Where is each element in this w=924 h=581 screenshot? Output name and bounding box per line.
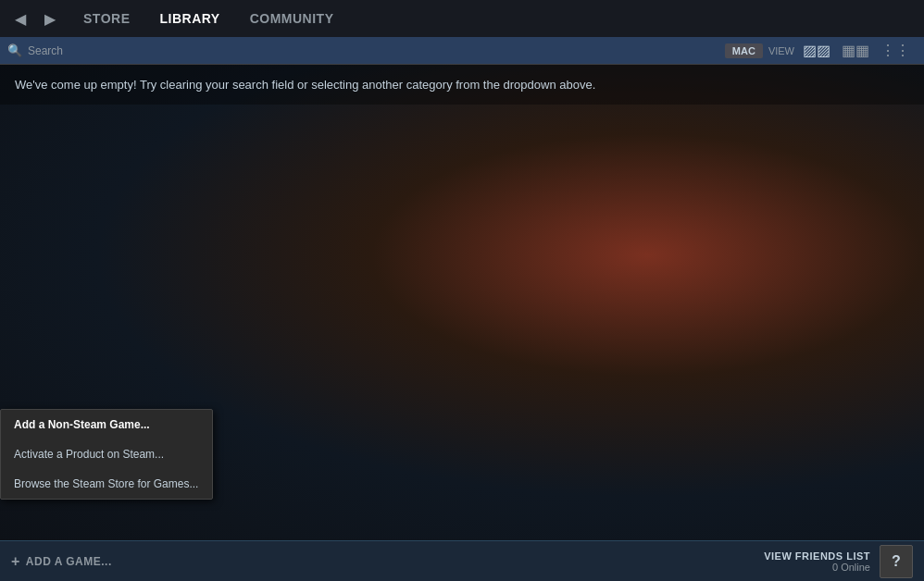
- grid2-icon: ▦▦: [842, 42, 869, 59]
- view-grid4-button[interactable]: ⋮⋮: [878, 40, 913, 61]
- back-button[interactable]: ◀: [9, 6, 31, 31]
- view-grid2-button[interactable]: ▦▦: [839, 40, 872, 61]
- nav-links: STORE LIBRARY COMMUNITY: [69, 11, 349, 26]
- add-game-button[interactable]: + ADD A GAME...: [11, 553, 112, 570]
- friends-online-count: 0 Online: [832, 562, 870, 573]
- help-button[interactable]: ?: [880, 545, 913, 578]
- mac-badge[interactable]: MAC: [725, 43, 763, 58]
- list-icon: ▨▨: [803, 42, 830, 59]
- add-game-label: ADD A GAME...: [26, 555, 112, 568]
- empty-message: We've come up empty! Try clearing your s…: [0, 65, 924, 105]
- friends-list-label: VIEW FRIENDS LIST: [764, 550, 870, 562]
- nav-community[interactable]: COMMUNITY: [235, 11, 349, 26]
- search-icon: 🔍: [7, 43, 22, 57]
- title-bar: ◀ ▶ STORE LIBRARY COMMUNITY: [0, 0, 924, 37]
- bottom-bar: + ADD A GAME... VIEW FRIENDS LIST 0 Onli…: [0, 540, 924, 581]
- grid4-icon: ⋮⋮: [880, 42, 910, 59]
- nav-store[interactable]: STORE: [69, 11, 144, 26]
- view-label: VIEW: [768, 45, 794, 56]
- context-menu-activate-product[interactable]: Activate a Product on Steam...: [1, 439, 212, 469]
- nav-library[interactable]: LIBRARY: [144, 11, 234, 26]
- main-content: We've come up empty! Try clearing your s…: [0, 65, 924, 540]
- view-controls: VIEW ▨▨ ▦▦ ⋮⋮: [768, 40, 917, 61]
- plus-icon: +: [11, 553, 20, 570]
- context-menu-add-non-steam[interactable]: Add a Non-Steam Game...: [1, 410, 212, 439]
- view-list-button[interactable]: ▨▨: [800, 40, 833, 61]
- forward-button[interactable]: ▶: [39, 6, 61, 31]
- search-bar: 🔍 MAC VIEW ▨▨ ▦▦ ⋮⋮: [0, 37, 924, 65]
- context-menu-browse-store[interactable]: Browse the Steam Store for Games...: [1, 469, 212, 499]
- friends-section: VIEW FRIENDS LIST 0 Online ?: [764, 545, 913, 578]
- context-menu: Add a Non-Steam Game... Activate a Produ…: [0, 409, 213, 500]
- search-input[interactable]: [28, 44, 719, 57]
- view-friends-list-button[interactable]: VIEW FRIENDS LIST 0 Online: [764, 550, 870, 573]
